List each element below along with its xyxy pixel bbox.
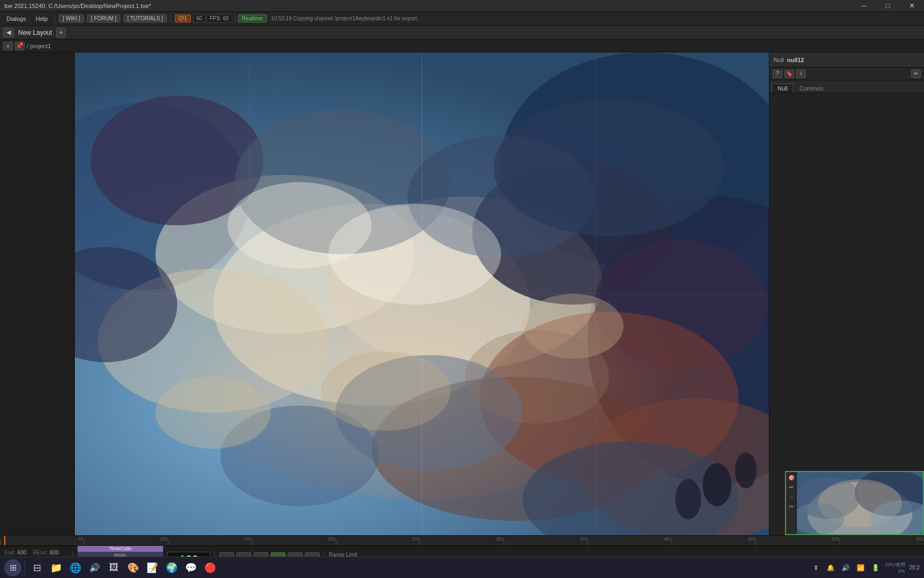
sys-icon-1[interactable]: ⬆	[811, 562, 821, 573]
breadcrumb-add-button[interactable]: +	[3, 42, 13, 50]
sys-icon-3[interactable]: 🔊	[841, 562, 851, 573]
maximize-button[interactable]: □	[876, 0, 900, 12]
grid-v3	[596, 52, 596, 535]
layout-name: New Layout	[18, 29, 52, 36]
menu-bar: Dialogs Help [ WIKI ] [ FORUM ] [ TUTORI…	[0, 12, 924, 26]
sys-icon-4[interactable]: 📶	[856, 562, 866, 573]
taskbar-sep-1	[25, 561, 25, 574]
rend-value: 600	[50, 550, 59, 556]
cpu-label: CPU使用	[886, 561, 905, 568]
cpu-info: CPU使用 2%	[886, 561, 905, 574]
taskbar-icon-1[interactable]: ⊟	[28, 559, 45, 576]
close-button[interactable]: ✕	[900, 0, 924, 12]
add-layout-button[interactable]: +	[56, 28, 66, 37]
right-panel-tabs: Null Common	[769, 80, 924, 93]
tutorials-tag[interactable]: [ TUTORIALS ]	[124, 14, 167, 22]
realtime-badge[interactable]: Realtime	[238, 14, 266, 22]
bookmark-tool-button[interactable]: 🔖	[784, 70, 794, 78]
title-bar: toe 2021.15240: C:/Users/pc/Desktop/NewP…	[0, 0, 924, 12]
menu-divider-1	[55, 14, 55, 23]
breadcrumb-pin-button[interactable]: 📌	[15, 42, 25, 50]
menu-divider-2	[171, 14, 171, 23]
right-panel-tools: ? 🔖 i ✏	[769, 67, 924, 80]
null-name: null12	[787, 57, 804, 63]
end-label: End:	[4, 550, 16, 556]
wiki-tag[interactable]: [ WIKI ]	[59, 14, 84, 22]
taskbar-icon-9[interactable]: 💬	[182, 559, 199, 576]
grid-vertical	[422, 52, 422, 535]
right-panel-header: Null null12	[769, 52, 924, 67]
left-panel	[0, 52, 75, 535]
clock: 20:2	[910, 565, 920, 571]
sys-icon-2[interactable]: 🔔	[826, 562, 836, 573]
taskbar-icon-3[interactable]: 🌐	[67, 559, 84, 576]
title-bar-controls: ─ □ ✕	[852, 0, 924, 11]
sys-icon-5[interactable]: 🔋	[871, 562, 881, 573]
taskbar-icon-7[interactable]: 📝	[144, 559, 161, 576]
cpu-percent: 2%	[898, 568, 905, 574]
tab-common[interactable]: Common	[794, 83, 829, 93]
svg-point-18	[494, 100, 725, 237]
taskbar-icon-10[interactable]: 🔴	[202, 559, 219, 576]
thumbnail-tools: 🎯 ✏ → ✂	[786, 472, 797, 534]
taskbar-icon-4[interactable]: 🔊	[86, 559, 103, 576]
null-label: Null	[774, 57, 784, 63]
taskbar-icon-2[interactable]: 📁	[48, 559, 65, 576]
right-panel-content	[769, 93, 924, 535]
taskbar-right: ⬆ 🔔 🔊 📶 🔋 CPU使用 2% 20:2	[811, 561, 920, 574]
help-menu[interactable]: Help	[32, 14, 52, 23]
svg-point-30	[321, 352, 451, 431]
info-tool-button[interactable]: i	[796, 70, 806, 78]
taskbar-icon-8[interactable]: 🌍	[163, 559, 180, 576]
main-area: Null null12 ? 🔖 i ✏ Null Common	[0, 52, 924, 535]
rend-label: REnd:	[33, 550, 48, 556]
svg-point-28	[675, 479, 701, 519]
thumb-tool-3[interactable]: →	[787, 492, 796, 501]
bottom-right-panel: 🎯 ✏ → ✂	[785, 471, 924, 535]
tab-null[interactable]: Null	[772, 83, 794, 93]
forum-tag[interactable]: [ FORUM ]	[87, 14, 120, 22]
title-text: toe 2021.15240: C:/Users/pc/Desktop/NewP…	[4, 3, 151, 9]
thumb-tool-2[interactable]: ✏	[787, 483, 796, 491]
edit-tool-button[interactable]: ✏	[911, 70, 921, 78]
layout-back-button[interactable]: ◀	[3, 28, 14, 37]
svg-point-24	[156, 377, 271, 449]
timecode-header: TimeCode	[78, 545, 163, 552]
status-message: 10:53:19 Copying channel /project1/keybo…	[271, 16, 419, 21]
right-panel: Null null12 ? 🔖 i ✏ Null Common	[769, 52, 924, 535]
timeline-ruler[interactable]: 1 51 101 151 201 251 301 351 401 451 501…	[0, 535, 924, 546]
end-value: 600	[18, 550, 27, 556]
fps-label: FPS: 60	[206, 14, 232, 22]
minimize-button[interactable]: ─	[852, 0, 876, 12]
end-info-row: End: 600 REnd: 600	[4, 550, 68, 556]
svg-point-27	[735, 452, 757, 488]
taskbar-icon-6[interactable]: 🎨	[125, 559, 142, 576]
dialogs-menu[interactable]: Dialogs	[2, 14, 30, 23]
thumbnail-view	[797, 472, 923, 534]
taskbar-icon-5[interactable]: 🖼	[105, 559, 122, 576]
taskbar: ⊞ ⊟ 📁 🌐 🔊 🖼 🎨 📝 🌍 💬 🔴 ⬆ 🔔 🔊 📶 🔋 CPU使用 2%…	[0, 557, 924, 578]
help-tool-button[interactable]: ?	[773, 70, 782, 78]
thumb-tool-4[interactable]: ✂	[787, 502, 796, 511]
thumb-tool-1[interactable]: 🎯	[787, 473, 796, 482]
breadcrumb-bar: + 📌 / project1	[0, 40, 924, 52]
grid-v2	[249, 52, 249, 535]
taskbar-start-button[interactable]: ⊞	[4, 559, 21, 576]
breadcrumb-path: / project1	[27, 43, 51, 49]
plus-icon: +	[59, 28, 64, 36]
viewport[interactable]	[75, 52, 769, 535]
o1-tag[interactable]: O!1	[175, 14, 191, 22]
menu-divider-3	[235, 14, 235, 23]
svg-point-26	[703, 463, 732, 506]
layout-bar: ◀ New Layout +	[0, 26, 924, 40]
fps-counter: 60	[193, 14, 205, 22]
svg-point-20	[328, 204, 501, 305]
ruler-marks: 1 51 101 151 201 251 301 351 401 451 501…	[0, 536, 924, 545]
svg-point-29	[465, 330, 609, 423]
